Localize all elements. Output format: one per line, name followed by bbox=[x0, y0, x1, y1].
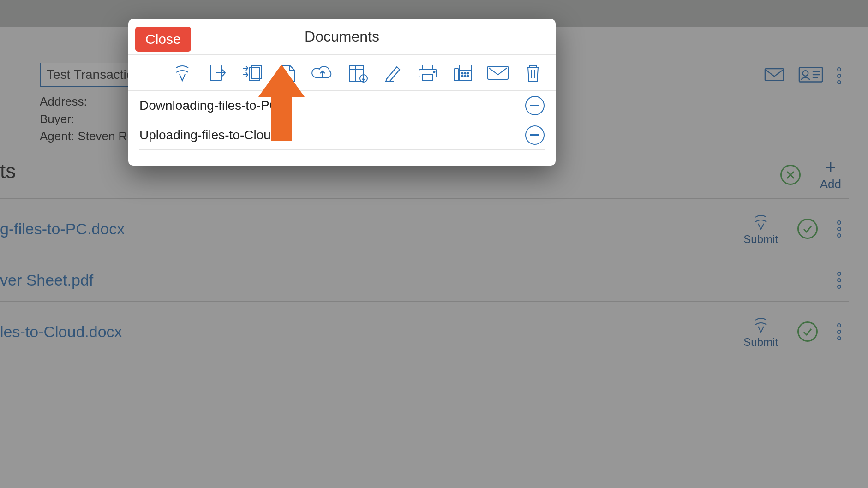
print-icon[interactable] bbox=[416, 62, 439, 83]
close-button[interactable]: Close bbox=[135, 27, 191, 52]
export-icon[interactable] bbox=[206, 62, 229, 83]
modal-document-list: Downloading-files-to-PC Uploading-files-… bbox=[128, 91, 556, 150]
svg-rect-19 bbox=[460, 65, 472, 71]
svg-point-22 bbox=[465, 72, 466, 74]
minus-icon bbox=[530, 134, 539, 136]
svg-point-25 bbox=[465, 75, 466, 77]
svg-point-23 bbox=[467, 72, 469, 74]
mail-icon[interactable] bbox=[486, 62, 509, 83]
list-item[interactable]: Uploading-files-to-Cloud bbox=[139, 120, 545, 150]
modal-title: Documents bbox=[305, 28, 379, 45]
svg-rect-27 bbox=[488, 66, 508, 79]
svg-rect-15 bbox=[419, 70, 437, 77]
archive-download-icon[interactable] bbox=[346, 62, 369, 83]
document-name: Uploading-files-to-Cloud bbox=[139, 128, 525, 143]
svg-rect-14 bbox=[423, 65, 433, 70]
submit-icon[interactable] bbox=[171, 62, 194, 83]
modal-toolbar bbox=[128, 55, 556, 91]
remove-item-button[interactable] bbox=[525, 96, 545, 115]
svg-point-17 bbox=[434, 71, 435, 72]
trash-icon[interactable] bbox=[521, 62, 545, 83]
sign-icon[interactable] bbox=[381, 62, 404, 83]
svg-point-24 bbox=[462, 75, 463, 77]
new-doc-icon[interactable] bbox=[276, 62, 299, 83]
fax-icon[interactable] bbox=[451, 62, 474, 83]
svg-point-26 bbox=[467, 75, 469, 77]
merge-icon[interactable] bbox=[241, 62, 264, 83]
svg-rect-18 bbox=[454, 69, 459, 81]
svg-point-21 bbox=[462, 72, 463, 74]
documents-modal: Close Documents bbox=[128, 19, 556, 166]
cloud-upload-icon[interactable] bbox=[311, 62, 334, 83]
list-item[interactable]: Downloading-files-to-PC bbox=[139, 91, 545, 120]
document-name: Downloading-files-to-PC bbox=[139, 98, 525, 113]
svg-rect-9 bbox=[350, 65, 364, 81]
minus-icon bbox=[530, 105, 539, 106]
remove-item-button[interactable] bbox=[525, 125, 545, 145]
